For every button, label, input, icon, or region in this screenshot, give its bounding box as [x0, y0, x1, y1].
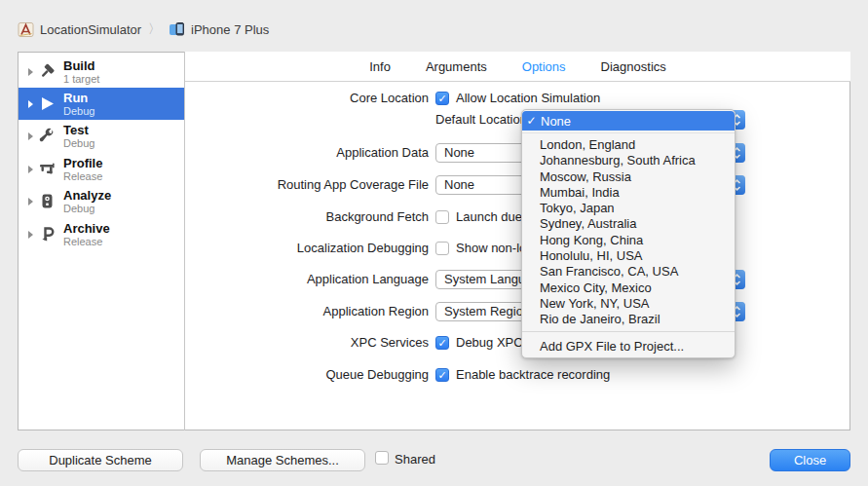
manage-schemes-button[interactable]: Manage Schemes... [200, 449, 365, 471]
queue-debugging-label: Queue Debugging [234, 365, 429, 385]
project-icon [18, 21, 34, 38]
disclosure-triangle-icon[interactable] [28, 100, 33, 108]
sidebar-item-detail: 1 target [63, 73, 99, 86]
disclosure-triangle-icon[interactable] [28, 231, 33, 239]
menu-item[interactable]: Johannesburg, South Africa [522, 153, 735, 168]
menu-item[interactable]: Rio de Janeiro, Brazil [522, 312, 735, 327]
tab-diagnostics[interactable]: Diagnostics [601, 59, 666, 74]
core-location-label: Core Location [234, 89, 429, 108]
menu-item[interactable]: Hong Kong, China [522, 233, 735, 248]
breadcrumb-device[interactable]: iPhone 7 Plus [191, 22, 269, 37]
application-region-label: Application Region [234, 302, 429, 321]
sidebar-item-profile[interactable]: Profile Release [19, 153, 184, 185]
sidebar-item-test[interactable]: Test Debug [19, 120, 184, 152]
menu-item[interactable]: Mexico City, Mexico [522, 280, 735, 296]
sidebar-item-analyze[interactable]: Analyze Debug [19, 185, 184, 217]
menu-item[interactable]: London, England [522, 137, 735, 153]
duplicate-scheme-button[interactable]: Duplicate Scheme [18, 449, 183, 471]
sidebar-item-label: Archive [63, 221, 110, 236]
application-region-value: System Region [444, 303, 530, 320]
sidebar-item-build[interactable]: Build 1 target [19, 56, 184, 88]
menu-item[interactable]: Sydney, Australia [522, 216, 735, 232]
run-play-icon [38, 94, 57, 113]
tab-options[interactable]: Options [522, 59, 566, 74]
menu-item-none[interactable]: ✓ None [522, 111, 735, 131]
sidebar-item-archive[interactable]: Archive Release [19, 218, 184, 250]
menu-item[interactable]: Honolulu, HI, USA [522, 248, 735, 264]
tab-bar: Info Arguments Options Diagnostics [185, 52, 850, 82]
application-data-value: None [444, 144, 474, 162]
allow-location-simulation-label: Allow Location Simulation [456, 89, 600, 108]
application-data-label: Application Data [234, 143, 429, 163]
routing-app-coverage-file-label: Routing App Coverage File [234, 175, 429, 195]
breadcrumb: LocationSimulator 〉 iPhone 7 Plus [18, 20, 269, 38]
sidebar-item-detail: Debug [63, 203, 111, 215]
xpc-services-label: XPC Services [234, 333, 429, 353]
menu-separator [522, 132, 735, 133]
disclosure-triangle-icon[interactable] [28, 68, 33, 76]
routing-app-coverage-file-value: None [444, 176, 474, 194]
analyze-meter-icon [38, 192, 57, 210]
disclosure-triangle-icon[interactable] [28, 166, 33, 173]
sidebar-item-label: Run [63, 91, 94, 105]
sidebar-item-detail: Debug [63, 105, 94, 118]
menu-item-list: London, England Johannesburg, South Afri… [522, 137, 735, 328]
menu-item[interactable]: Tokyo, Japan [522, 201, 735, 216]
menu-separator [522, 331, 735, 332]
sidebar-item-label: Build [63, 58, 99, 73]
menu-item[interactable]: Mumbai, India [522, 185, 735, 201]
shared-label: Shared [395, 450, 435, 469]
breadcrumb-project[interactable]: LocationSimulator [40, 22, 141, 37]
queue-debugging-checkbox[interactable]: ✓ [435, 368, 449, 382]
xpc-services-checkbox[interactable]: ✓ [435, 336, 449, 350]
background-fetch-checkbox[interactable] [435, 210, 449, 224]
menu-item[interactable]: New York, NY, USA [522, 296, 735, 312]
sidebar-item-detail: Debug [63, 137, 94, 150]
background-fetch-label: Background Fetch [234, 207, 429, 227]
disclosure-triangle-icon[interactable] [28, 198, 33, 206]
build-hammer-icon [38, 62, 57, 81]
menu-item[interactable]: Moscow, Russia [522, 169, 735, 185]
close-button[interactable]: Close [770, 449, 850, 471]
sidebar-item-label: Profile [63, 156, 102, 170]
checkmark-icon: ✓ [522, 114, 541, 128]
device-icon [168, 21, 185, 37]
sidebar-item-detail: Release [63, 170, 102, 183]
localization-debugging-label: Localization Debugging [234, 239, 429, 258]
application-language-label: Application Language [234, 270, 429, 289]
queue-debugging-option-label: Enable backtrace recording [456, 365, 610, 385]
disclosure-triangle-icon[interactable] [28, 132, 33, 140]
scheme-editor-window: LocationSimulator 〉 iPhone 7 Plus Build … [0, 0, 868, 486]
archive-icon [38, 225, 57, 243]
menu-selected-label: None [541, 114, 571, 129]
tab-arguments[interactable]: Arguments [426, 59, 487, 74]
sidebar-item-run[interactable]: Run Debug [19, 88, 184, 120]
tab-info[interactable]: Info [369, 59, 391, 74]
test-wrench-icon [38, 127, 57, 145]
allow-location-simulation-checkbox[interactable]: ✓ [435, 92, 449, 105]
menu-item[interactable]: San Francisco, CA, USA [522, 264, 735, 280]
shared-checkbox[interactable] [375, 451, 389, 465]
sidebar-item-label: Analyze [63, 188, 111, 203]
localization-debugging-checkbox[interactable] [435, 242, 449, 255]
breadcrumb-separator: 〉 [148, 20, 161, 38]
default-location-menu: ✓ None London, England Johannesburg, Sou… [521, 109, 736, 358]
sidebar-item-label: Test [63, 123, 94, 137]
menu-item-add-gpx-file[interactable]: Add GPX File to Project... [522, 336, 735, 356]
profile-caliper-icon [38, 160, 57, 178]
sidebar-item-detail: Release [63, 236, 110, 248]
